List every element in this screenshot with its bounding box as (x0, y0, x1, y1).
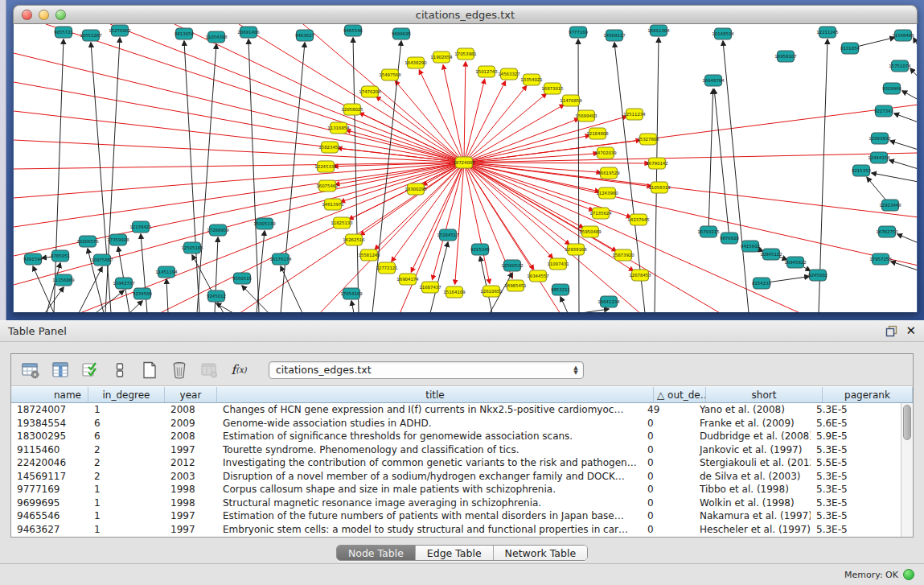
graph-node-teal[interactable]: 9415602 (741, 241, 760, 252)
graph-node-teal[interactable]: 16945822 (784, 257, 806, 268)
table-row[interactable]: 977716911998Corpus callosum shape and si… (11, 483, 901, 496)
graph-node-teal[interactable]: 10148534 (712, 28, 734, 39)
table-settings-icon[interactable] (19, 359, 42, 381)
graph-node-teal[interactable]: 9245002 (808, 270, 827, 281)
graph-node-teal[interactable]: 9777169 (569, 27, 589, 38)
graph-node-teal[interactable]: 9234560 (133, 288, 153, 299)
graph-node-yellow[interactable]: 17476204 (359, 86, 381, 97)
graph-node-teal[interactable]: 16648784 (702, 75, 725, 86)
graph-node-teal[interactable]: 15184517 (437, 229, 458, 241)
graph-node-yellow[interactable]: 15581243 (358, 249, 380, 261)
graph-node-teal[interactable]: 9876920 (720, 233, 740, 244)
graph-node-yellow[interactable]: 16344557 (527, 270, 548, 282)
graph-node-teal[interactable]: 9245012 (207, 290, 226, 302)
column-header-name[interactable]: name (11, 387, 88, 402)
graph-node-yellow[interactable]: 16790142 (646, 158, 667, 169)
graph-node-teal[interactable]: 9227343 (874, 105, 893, 117)
graph-node-teal[interactable]: 12923448 (879, 200, 901, 211)
graph-node-teal[interactable]: 16782753 (876, 226, 897, 237)
graph-node-yellow[interactable]: 11097431 (547, 258, 569, 270)
table-row[interactable]: 946554611997Estimation of the future num… (11, 509, 901, 523)
graph-node-teal[interactable]: 12444154 (868, 152, 890, 163)
graph-node-teal[interactable]: 16958107 (774, 51, 796, 62)
table-row[interactable]: 1872400712008Changes of HCN gene express… (11, 403, 901, 417)
graph-node-teal[interactable]: 12560532 (501, 260, 523, 271)
graph-node-yellow[interactable]: 14563327 (498, 68, 519, 80)
tab-edge-table[interactable]: Edge Table (416, 546, 494, 560)
graph-node-teal[interactable]: 9699695 (392, 28, 411, 39)
graph-node-yellow[interactable]: 14702039 (594, 147, 617, 159)
graph-node-yellow[interactable]: 15012743 (475, 66, 497, 77)
graph-node-yellow[interactable]: 16904174 (396, 274, 419, 285)
graph-node-teal[interactable]: 9465546 (343, 25, 363, 36)
table-row[interactable]: 911546021997Tourette syndrome. Phenomeno… (11, 443, 901, 457)
graph-node-teal[interactable]: 8813054 (175, 28, 195, 39)
table-row[interactable]: 1456911722003Disruption of a novel membe… (11, 470, 901, 484)
graph-node-yellow[interactable]: 11902654 (430, 51, 453, 63)
graph-node-teal[interactable]: 16811304 (647, 25, 670, 36)
graph-node-teal[interactable]: 15751074 (889, 60, 911, 72)
table-panel-header[interactable]: Table Panel ✕ (0, 321, 924, 342)
graph-node-teal[interactable]: 17654109 (340, 288, 363, 299)
graph-node-yellow[interactable]: 12184808 (586, 128, 609, 139)
graph-node-teal[interactable]: 9215345 (470, 244, 490, 255)
graph-node-yellow[interactable]: 15497568 (379, 69, 401, 80)
graph-node-teal[interactable]: 12093832 (869, 133, 890, 144)
graph-node-yellow[interactable]: 15950489 (579, 226, 602, 237)
graph-node-teal[interactable]: 16793215 (697, 226, 719, 237)
graph-node-teal[interactable]: 8131054 (840, 43, 860, 54)
network-canvas[interactable]: 1549756817476204120580251131685415823453… (13, 24, 918, 312)
graph-node-yellow[interactable]: 18724007 (453, 157, 474, 168)
table-columns-icon[interactable] (49, 359, 72, 381)
graph-node-teal[interactable]: 16176174 (269, 253, 292, 265)
select-columns-icon[interactable] (79, 359, 101, 381)
graph-node-teal[interactable]: 9391594 (23, 253, 43, 265)
graph-node-yellow[interactable]: 15164109 (443, 286, 466, 298)
close-panel-icon[interactable]: ✕ (906, 324, 916, 337)
graph-node-yellow[interactable]: 11476859 (560, 95, 582, 106)
graph-node-teal[interactable]: 11451194 (155, 266, 178, 278)
graph-node-yellow[interactable]: 15327806 (637, 134, 659, 145)
graph-node-yellow[interactable]: 12678453 (629, 270, 651, 281)
graph-node-yellow[interactable]: 11243980 (596, 187, 618, 199)
graph-node-teal[interactable]: 15276062 (109, 25, 130, 36)
scrollbar-thumb[interactable] (903, 405, 911, 440)
column-header-year[interactable]: year (165, 387, 217, 402)
table-row[interactable]: 2242004622012Investigating the contribut… (11, 456, 901, 470)
graph-node-teal[interactable]: 17957253 (869, 253, 891, 265)
graph-node-teal[interactable]: 12139421 (129, 221, 151, 233)
graph-node-yellow[interactable]: 15823453 (318, 142, 340, 153)
graph-node-yellow[interactable]: 11687437 (419, 282, 441, 293)
graph-node-yellow[interactable]: 12058025 (341, 104, 363, 115)
graph-node-yellow[interactable]: 16075462 (316, 180, 338, 192)
graph-node-yellow[interactable]: 12511234 (623, 109, 646, 120)
graph-node-teal[interactable]: 10845122 (760, 249, 782, 260)
graph-node-teal[interactable]: 13942737 (113, 278, 134, 289)
graph-node-yellow[interactable]: 12610651 (480, 286, 502, 297)
column-header-pagerank[interactable]: pagerank (823, 387, 913, 402)
table-row[interactable]: 969969511998Structural magnetic resonanc… (11, 496, 901, 510)
column-header-out-degree[interactable]: △ out_de… (654, 387, 706, 402)
network-window-titlebar[interactable]: citations_edges.txt (13, 5, 918, 24)
delete-table-icon[interactable] (168, 359, 191, 381)
graph-node-teal[interactable]: 11548498 (892, 30, 914, 41)
graph-node-teal[interactable]: 10641234 (598, 296, 620, 307)
graph-node-teal[interactable]: 14569117 (603, 30, 625, 41)
graph-node-yellow[interactable]: 11316854 (327, 122, 350, 134)
graph-node-yellow[interactable]: 11058319 (648, 182, 671, 193)
column-header-title[interactable]: title (217, 387, 654, 402)
graph-node-yellow[interactable]: 15873920 (612, 249, 634, 261)
column-header-short[interactable]: short (706, 387, 823, 402)
table-source-dropdown[interactable]: citations_edges.txt ▲▼ (269, 361, 584, 379)
tab-network-table[interactable]: Network Table (494, 546, 588, 560)
float-panel-icon[interactable] (885, 325, 897, 337)
network-view-window[interactable]: citations_edges.txt 15497568174762041205… (13, 5, 918, 312)
graph-node-yellow[interactable]: 16262516 (343, 234, 365, 245)
graph-node-yellow[interactable]: 16438290 (405, 57, 427, 68)
graph-node-teal[interactable]: 8154233 (752, 278, 771, 289)
graph-node-yellow[interactable]: 12245331 (314, 161, 336, 172)
graph-node-yellow[interactable]: 14613971 (322, 199, 343, 210)
row-height-icon[interactable] (109, 359, 131, 381)
graph-node-teal[interactable]: 10975887 (91, 254, 113, 266)
graph-node-yellow[interactable]: 15699403 (575, 110, 597, 122)
